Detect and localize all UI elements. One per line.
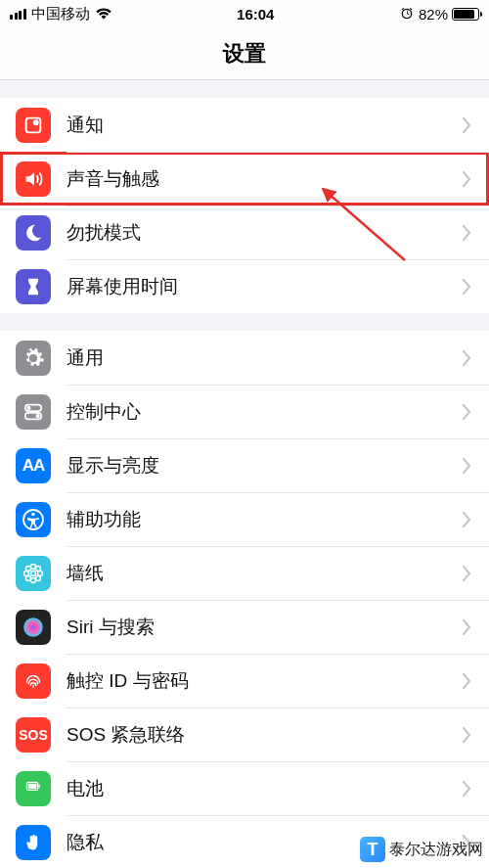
chevron-right-icon bbox=[462, 673, 471, 689]
settings-group-2: 通用控制中心AA显示与亮度辅助功能墙纸Siri 与搜索触控 ID 与密码SOSS… bbox=[0, 331, 489, 868]
chevron-right-icon bbox=[462, 619, 471, 635]
svg-point-15 bbox=[26, 575, 31, 580]
row-label: 控制中心 bbox=[67, 399, 462, 425]
sos-icon: SOS bbox=[16, 717, 51, 753]
svg-point-8 bbox=[31, 571, 36, 575]
settings-row-access[interactable]: 辅助功能 bbox=[0, 492, 489, 546]
settings-row-hour[interactable]: 屏幕使用时间 bbox=[0, 259, 489, 313]
toggle-icon bbox=[16, 394, 51, 430]
status-bar: 中国移动 16:04 82% bbox=[0, 0, 489, 27]
chevron-right-icon bbox=[462, 279, 471, 295]
settings-group-1: 通知声音与触感勿扰模式屏幕使用时间 bbox=[0, 98, 489, 313]
row-label: 通知 bbox=[67, 113, 462, 138]
battery-pct: 82% bbox=[419, 6, 448, 23]
bell-icon bbox=[16, 108, 51, 143]
svg-point-10 bbox=[31, 577, 36, 582]
chevron-right-icon bbox=[462, 512, 471, 527]
settings-row-toggle[interactable]: 控制中心 bbox=[0, 385, 489, 438]
carrier-label: 中国移动 bbox=[31, 5, 90, 23]
svg-point-16 bbox=[36, 575, 41, 580]
svg-rect-20 bbox=[38, 784, 39, 788]
watermark-logo-icon: T bbox=[360, 837, 385, 862]
hour-icon bbox=[16, 269, 51, 304]
access-icon bbox=[16, 502, 51, 537]
chevron-right-icon bbox=[462, 225, 471, 241]
row-label: 辅助功能 bbox=[67, 507, 462, 532]
watermark: T 泰尔达游戏网 bbox=[360, 837, 483, 862]
svg-point-3 bbox=[26, 405, 30, 409]
settings-row-AA[interactable]: AA显示与亮度 bbox=[0, 438, 489, 492]
row-label: SOS 紧急联络 bbox=[67, 722, 462, 748]
chevron-right-icon bbox=[462, 727, 471, 743]
battery-icon bbox=[452, 8, 479, 21]
row-label: 勿扰模式 bbox=[67, 220, 462, 246]
watermark-text: 泰尔达游戏网 bbox=[389, 840, 483, 860]
chevron-right-icon bbox=[462, 350, 471, 366]
settings-row-sos[interactable]: SOSSOS 紧急联络 bbox=[0, 708, 489, 761]
settings-row-gear[interactable]: 通用 bbox=[0, 331, 489, 385]
nav-bar: 设置 bbox=[0, 27, 489, 80]
chevron-right-icon bbox=[462, 566, 471, 581]
chevron-right-icon bbox=[462, 171, 471, 187]
moon-icon bbox=[16, 215, 51, 251]
svg-point-11 bbox=[24, 571, 29, 575]
touchid-icon bbox=[16, 663, 51, 699]
settings-row-sound[interactable]: 声音与触感 bbox=[0, 152, 489, 206]
chevron-right-icon bbox=[462, 404, 471, 420]
svg-point-13 bbox=[26, 566, 31, 571]
settings-row-touchid[interactable]: 触控 ID 与密码 bbox=[0, 654, 489, 708]
row-label: 电池 bbox=[67, 776, 462, 801]
hand-icon bbox=[16, 825, 51, 860]
svg-point-7 bbox=[31, 512, 35, 516]
chevron-right-icon bbox=[462, 117, 471, 133]
row-label: 屏幕使用时间 bbox=[67, 274, 462, 299]
svg-point-5 bbox=[36, 414, 40, 418]
row-label: 墙纸 bbox=[67, 561, 462, 586]
sound-icon bbox=[16, 161, 51, 197]
svg-rect-0 bbox=[26, 117, 41, 132]
settings-row-siri[interactable]: Siri 与搜索 bbox=[0, 600, 489, 654]
wifi-icon bbox=[95, 7, 112, 21]
settings-row-bell[interactable]: 通知 bbox=[0, 98, 489, 152]
svg-point-14 bbox=[36, 566, 41, 571]
svg-point-1 bbox=[33, 119, 39, 125]
gear-icon bbox=[16, 341, 51, 376]
chevron-right-icon bbox=[462, 781, 471, 797]
row-label: 触控 ID 与密码 bbox=[67, 668, 462, 694]
row-label: 声音与触感 bbox=[67, 166, 462, 192]
siri-icon bbox=[16, 610, 51, 645]
row-label: 通用 bbox=[67, 345, 462, 371]
status-left: 中国移动 bbox=[10, 5, 112, 23]
chevron-right-icon bbox=[462, 458, 471, 474]
settings-row-moon[interactable]: 勿扰模式 bbox=[0, 206, 489, 259]
flower-icon bbox=[16, 556, 51, 591]
battery-icon bbox=[16, 771, 51, 806]
page-title: 设置 bbox=[223, 39, 266, 69]
settings-row-battery[interactable]: 电池 bbox=[0, 761, 489, 815]
row-label: Siri 与搜索 bbox=[67, 615, 462, 640]
alarm-icon bbox=[399, 6, 415, 22]
row-label: 显示与亮度 bbox=[67, 453, 462, 479]
svg-point-9 bbox=[31, 564, 36, 569]
svg-point-17 bbox=[23, 617, 43, 637]
status-time: 16:04 bbox=[237, 6, 274, 23]
svg-point-12 bbox=[38, 571, 43, 575]
signal-icon bbox=[10, 9, 26, 20]
status-right: 82% bbox=[399, 6, 479, 23]
settings-row-flower[interactable]: 墙纸 bbox=[0, 546, 489, 600]
AA-icon: AA bbox=[16, 448, 51, 483]
svg-rect-19 bbox=[28, 783, 37, 788]
